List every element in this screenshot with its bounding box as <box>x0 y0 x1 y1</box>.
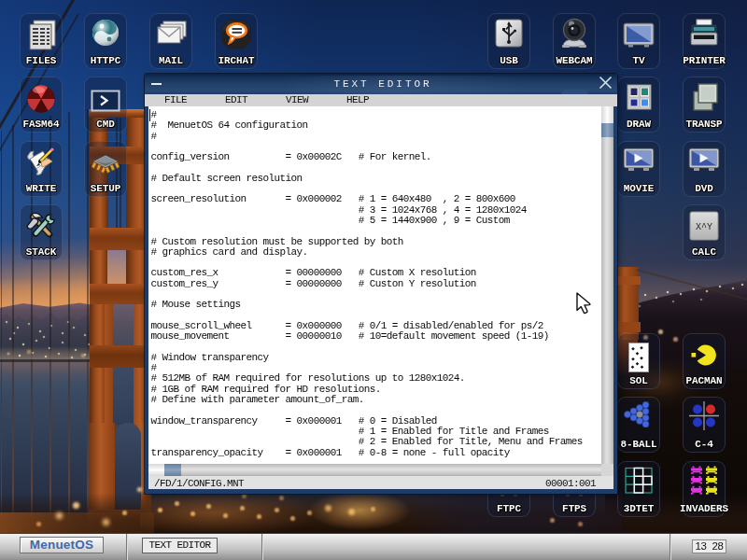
svg-text:X^Y: X^Y <box>696 222 712 232</box>
